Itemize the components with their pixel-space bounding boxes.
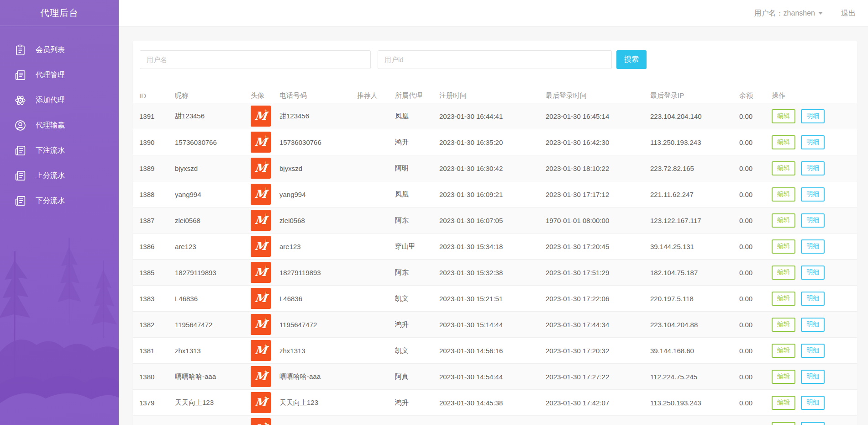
- detail-button[interactable]: 明细: [801, 109, 825, 123]
- avatar: M +: [251, 288, 271, 309]
- avatar-plus-mark: +: [264, 265, 267, 270]
- detail-button[interactable]: 明细: [801, 344, 825, 358]
- cell-phone: 15736030766: [279, 138, 357, 146]
- cell-agent: 鸿升: [395, 320, 439, 329]
- userid-search-input[interactable]: [378, 50, 612, 69]
- cell-agent: 阿东: [395, 268, 439, 277]
- col-referrer: 推荐人: [357, 91, 395, 100]
- detail-button[interactable]: 明细: [801, 161, 825, 175]
- detail-button[interactable]: 明细: [801, 187, 825, 202]
- app-title: 代理后台: [0, 0, 119, 26]
- cell-nickname: 18279119893: [175, 269, 251, 276]
- edit-button[interactable]: 编辑: [772, 135, 795, 149]
- detail-button[interactable]: 明细: [801, 292, 825, 306]
- cell-agent: 鸿升: [395, 138, 439, 147]
- search-button[interactable]: 搜索: [616, 50, 647, 69]
- cell-phone: yang994: [279, 191, 357, 198]
- edit-button[interactable]: 编辑: [772, 266, 795, 280]
- col-avatar: 头像: [251, 91, 279, 100]
- detail-button[interactable]: 明细: [801, 370, 825, 384]
- cell-id: 1388: [139, 191, 175, 198]
- edit-button[interactable]: 编辑: [772, 292, 795, 306]
- cell-phone: 1195647472: [279, 321, 357, 329]
- detail-button[interactable]: 明细: [801, 239, 825, 254]
- edit-button[interactable]: 编辑: [772, 109, 795, 123]
- edit-button[interactable]: 编辑: [772, 396, 795, 410]
- avatar: M +: [251, 184, 271, 205]
- col-agent: 所属代理: [395, 91, 439, 100]
- sidebar-item-bet-flow[interactable]: 下注流水: [0, 138, 119, 163]
- cell-actions: 编辑 明细: [772, 422, 857, 425]
- cell-nickname: 1195647472: [175, 321, 251, 329]
- cell-actions: 编辑 明细: [772, 370, 857, 384]
- cell-nickname: 甜123456: [175, 112, 251, 121]
- table-row: 1382 1195647472 M + 1195647472 鸿升 2023-0…: [133, 312, 857, 338]
- edit-button[interactable]: 编辑: [772, 318, 795, 332]
- avatar-plus-mark: +: [264, 187, 267, 191]
- sidebar-item-add-agent[interactable]: 添加代理: [0, 88, 119, 113]
- cell-avatar: M +: [251, 158, 279, 179]
- table-body: 1391 甜123456 M + 甜123456 凤凰 2023-01-30 1…: [133, 103, 857, 425]
- cell-reg-time: 2023-01-30 16:09:21: [439, 191, 546, 198]
- cell-avatar: M +: [251, 418, 279, 425]
- edit-button[interactable]: 编辑: [772, 422, 795, 425]
- cell-phone: bjyxszd: [279, 165, 357, 172]
- cell-phone: L46836: [279, 295, 357, 303]
- avatar: M +: [251, 236, 271, 257]
- detail-button[interactable]: 明细: [801, 266, 825, 280]
- cell-nickname: 15736030766: [175, 138, 251, 146]
- table-row: 1391 甜123456 M + 甜123456 凤凰 2023-01-30 1…: [133, 103, 857, 129]
- content-card: 搜索 ID 昵称 头像 电话号码 推荐人 所属代理 注册时间 最后登录时间 最后…: [133, 41, 857, 425]
- detail-button[interactable]: 明细: [801, 318, 825, 332]
- sidebar-item-agent-winloss[interactable]: 代理输赢: [0, 113, 119, 138]
- cell-id: 1386: [139, 243, 175, 250]
- detail-button[interactable]: 明细: [801, 135, 825, 149]
- cell-id: 1380: [139, 373, 175, 381]
- cell-avatar: M +: [251, 210, 279, 231]
- table-row: 1390 15736030766 M + 15736030766 鸿升 2023…: [133, 129, 857, 155]
- detail-button[interactable]: 明细: [801, 213, 825, 228]
- cell-phone: 18279119893: [279, 269, 357, 276]
- cell-nickname: zhx1313: [175, 347, 251, 355]
- detail-button[interactable]: 明细: [801, 396, 825, 410]
- edit-button[interactable]: 编辑: [772, 239, 795, 254]
- cell-last-ip: 223.72.82.165: [650, 165, 739, 172]
- sidebar-item-label: 上分流水: [36, 171, 65, 181]
- edit-button[interactable]: 编辑: [772, 213, 795, 228]
- table-row: 1385 18279119893 M + 18279119893 阿东 2023…: [133, 260, 857, 286]
- cell-agent: 阿明: [395, 164, 439, 173]
- logout-button[interactable]: 退出: [841, 9, 856, 18]
- cell-balance: 0.00: [739, 295, 772, 303]
- table-row: 1389 bjyxszd M + bjyxszd 阿明 2023-01-30 1…: [133, 155, 857, 181]
- cell-actions: 编辑 明细: [772, 292, 857, 306]
- edit-button[interactable]: 编辑: [772, 161, 795, 175]
- cell-balance: 0.00: [739, 269, 772, 276]
- cell-reg-time: 2023-01-30 15:34:18: [439, 243, 546, 250]
- cell-actions: 编辑 明细: [772, 135, 857, 149]
- avatar-plus-mark: +: [264, 109, 267, 113]
- col-last-ip: 最后登录IP: [650, 91, 739, 100]
- sidebar-item-deposit-flow[interactable]: 上分流水: [0, 163, 119, 188]
- atom-icon: [14, 94, 26, 106]
- edit-button[interactable]: 编辑: [772, 187, 795, 202]
- col-balance: 余额: [739, 91, 772, 100]
- table-row: 1383 L46836 M + L46836 凯文 2023-01-30 15:…: [133, 286, 857, 312]
- cell-nickname: are123: [175, 243, 251, 250]
- sidebar-item-label: 下分流水: [36, 196, 65, 206]
- cell-last-ip: 113.250.193.243: [650, 138, 739, 146]
- edit-button[interactable]: 编辑: [772, 344, 795, 358]
- cell-reg-time: 2023-01-30 16:44:41: [439, 112, 546, 120]
- user-dropdown[interactable]: 用户名：zhanshen: [754, 9, 823, 18]
- detail-button[interactable]: 明细: [801, 422, 825, 425]
- cell-actions: 编辑 明细: [772, 396, 857, 410]
- cell-last-login: 2023-01-30 17:44:34: [546, 321, 650, 329]
- edit-button[interactable]: 编辑: [772, 370, 795, 384]
- sidebar-item-agent-manage[interactable]: 代理管理: [0, 63, 119, 88]
- cell-reg-time: 2023-01-30 15:21:51: [439, 295, 546, 303]
- cell-reg-time: 2023-01-30 16:30:42: [439, 165, 546, 172]
- sidebar-item-withdraw-flow[interactable]: 下分流水: [0, 188, 119, 213]
- cell-id: 1381: [139, 347, 175, 355]
- sidebar-item-member-list[interactable]: 会员列表: [0, 37, 119, 63]
- sidebar-item-label: 添加代理: [36, 96, 65, 105]
- username-search-input[interactable]: [140, 50, 371, 69]
